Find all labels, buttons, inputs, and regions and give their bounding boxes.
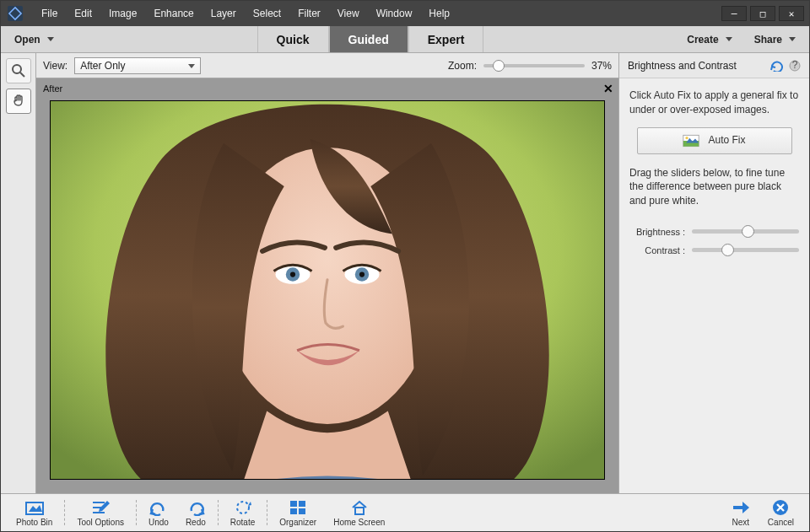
tool-options-label: Tool Options [77,518,124,527]
home-screen-button[interactable]: Home Screen [325,498,393,527]
undo-label: Undo [148,518,169,527]
svg-rect-21 [290,501,297,507]
hand-icon [11,94,26,109]
right-menus: Create Share [673,26,809,52]
cancel-label: Cancel [768,518,794,527]
photo-preview [50,100,605,480]
view-label: View: [43,60,68,72]
panel-body: Click Auto Fix to apply a general fix to… [619,78,809,218]
undo-icon [149,498,168,517]
panel-hint-1: Click Auto Fix to apply a general fix to… [629,89,799,117]
menu-layer[interactable]: Layer [202,1,245,26]
menu-image[interactable]: Image [100,1,145,26]
cancel-icon [772,498,789,517]
autofix-label: Auto Fix [708,133,745,148]
panel-header-icons: ? [770,60,801,72]
guided-panel: Brightness and Contrast ? Click Auto Fix… [618,53,809,493]
help-icon[interactable]: ? [789,60,801,72]
canvas-wrap: View: After Only Zoom: 37% After ✕ [36,53,618,493]
main-area: View: After Only Zoom: 37% After ✕ [1,53,809,493]
svg-rect-25 [355,508,364,514]
magnifier-icon [11,63,26,78]
open-label: Open [14,34,40,46]
panel-sliders: Brightness : Contrast : [619,218,809,264]
organizer-button[interactable]: Organizer [271,498,325,527]
svg-rect-22 [299,501,305,507]
panel-hint-2: Drag the sliders below, to fine tune the… [629,166,799,208]
photo-bin-button[interactable]: Photo Bin [8,498,61,527]
app-logo-icon [6,4,24,23]
hand-tool-button[interactable] [6,89,31,114]
svg-rect-23 [290,508,297,514]
tab-expert[interactable]: Expert [408,26,484,52]
tool-options-button[interactable]: Tool Options [68,498,132,527]
brightness-row: Brightness : [629,227,799,237]
svg-point-17 [686,137,688,139]
menu-select[interactable]: Select [245,1,289,26]
tool-options-icon [90,498,111,517]
portrait-icon [51,101,604,479]
close-button[interactable]: ✕ [779,6,804,21]
brightness-slider-thumb[interactable] [742,225,754,238]
bottom-bar: Photo Bin Tool Options Undo Redo Rotate … [1,493,809,531]
menu-file[interactable]: File [33,1,66,26]
redo-label: Redo [186,518,206,527]
next-button[interactable]: Next [722,498,759,527]
tab-quick[interactable]: Quick [257,26,329,52]
create-menu[interactable]: Create [687,34,718,46]
next-label: Next [732,518,750,527]
window-controls: ─ □ ✕ [721,6,809,21]
zoom-slider-thumb[interactable] [493,60,505,72]
svg-text:?: ? [792,60,798,71]
svg-point-10 [290,271,295,277]
canvas[interactable]: After ✕ [36,78,618,493]
autofix-button[interactable]: Auto Fix [637,127,792,154]
canvas-toolbar: View: After Only Zoom: 37% [36,53,618,78]
zoom-slider[interactable] [483,64,585,67]
brightness-slider[interactable] [692,229,799,234]
menu-bar: File Edit Image Enhance Layer Select Fil… [1,1,809,26]
contrast-slider[interactable] [692,248,799,252]
svg-point-20 [237,502,249,513]
after-label: After [43,83,62,94]
menu-view[interactable]: View [329,1,368,26]
rotate-button[interactable]: Rotate [222,498,263,527]
photo-bin-icon [24,498,45,517]
divider [64,500,65,525]
menu-enhance[interactable]: Enhance [145,1,202,26]
svg-point-11 [359,271,364,277]
menu-help[interactable]: Help [420,1,458,26]
zoom-tool-button[interactable] [6,58,31,83]
home-icon [350,498,369,517]
close-document-button[interactable]: ✕ [603,82,613,95]
view-dropdown-value: After Only [80,60,125,72]
svg-marker-19 [29,505,42,512]
organizer-icon [289,498,307,517]
zoom-controls: Zoom: 37% [448,60,612,72]
menu-window[interactable]: Window [368,1,421,26]
brightness-label: Brightness : [629,227,685,237]
redo-button[interactable]: Redo [177,498,214,527]
menu-edit[interactable]: Edit [66,1,100,26]
minimize-button[interactable]: ─ [721,6,747,21]
share-menu[interactable]: Share [754,34,782,46]
maximize-button[interactable]: □ [750,6,775,21]
view-dropdown[interactable]: After Only [74,57,201,74]
contrast-slider-thumb[interactable] [721,244,734,256]
menu-filter[interactable]: Filter [289,1,329,26]
divider [136,500,137,525]
photo-bin-label: Photo Bin [16,518,52,527]
mode-tabs: Quick Guided Expert [68,26,674,52]
cancel-button[interactable]: Cancel [759,498,802,527]
svg-line-3 [20,73,24,77]
rotate-icon [234,498,252,517]
reset-icon[interactable] [770,60,784,72]
open-menu[interactable]: Open [1,26,68,52]
zoom-value: 37% [591,60,612,72]
mode-bar: Open Quick Guided Expert Create Share [1,26,809,53]
caret-down-icon [47,37,54,41]
tab-guided[interactable]: Guided [329,26,408,52]
panel-header: Brightness and Contrast ? [619,53,809,78]
next-icon [731,498,751,517]
undo-button[interactable]: Undo [140,498,177,527]
